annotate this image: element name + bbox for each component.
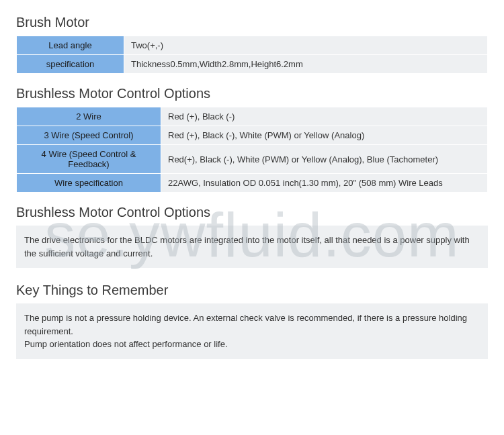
section-title-key-things: Key Things to Remember	[16, 283, 488, 298]
cell-value: Two(+,-)	[124, 36, 488, 55]
table-row: Wire specification 22AWG, Insulation OD …	[17, 174, 488, 193]
info-box-drive-electronics: The drive electronics for the BLDC motor…	[16, 226, 488, 268]
section-title-brush-motor: Brush Motor	[16, 15, 488, 30]
info-line: Pump orientation does not affect perform…	[24, 338, 480, 351]
table-row: 2 Wire Red (+), Black (-)	[17, 107, 488, 126]
cell-label: 3 Wire (Speed Control)	[17, 126, 161, 145]
info-box-key-things: The pump is not a pressure holding devic…	[16, 303, 488, 359]
cell-value: Red (+), Black (-), White (PWM) or Yello…	[161, 126, 488, 145]
table-row: 3 Wire (Speed Control) Red (+), Black (-…	[17, 126, 488, 145]
document-content: Brush Motor Lead angle Two(+,-) specific…	[0, 0, 504, 359]
cell-label: 2 Wire	[17, 107, 161, 126]
table-row: 4 Wire (Speed Control & Feedback) Red(+)…	[17, 145, 488, 174]
section-title-brushless-options: Brushless Motor Control Options	[16, 86, 488, 101]
cell-label: Wire specification	[17, 174, 161, 193]
cell-value: Red(+), Black (-), White (PWM) or Yellow…	[161, 145, 488, 174]
brushless-options-table: 2 Wire Red (+), Black (-) 3 Wire (Speed …	[16, 107, 488, 193]
cell-label: Lead angle	[17, 36, 124, 55]
section-title-brushless-options-2: Brushless Motor Control Options	[16, 205, 488, 220]
table-row: Lead angle Two(+,-)	[17, 36, 488, 55]
table-row: specification Thickness0.5mm,Width2.8mm,…	[17, 55, 488, 74]
cell-label: specification	[17, 55, 124, 74]
brush-motor-table: Lead angle Two(+,-) specification Thickn…	[16, 36, 488, 74]
cell-value: Red (+), Black (-)	[161, 107, 488, 126]
cell-value: 22AWG, Insulation OD 0.051 inch(1.30 mm)…	[161, 174, 488, 193]
info-line: The pump is not a pressure holding devic…	[24, 311, 480, 338]
cell-label: 4 Wire (Speed Control & Feedback)	[17, 145, 161, 174]
cell-value: Thickness0.5mm,Width2.8mm,Height6.2mm	[124, 55, 488, 74]
